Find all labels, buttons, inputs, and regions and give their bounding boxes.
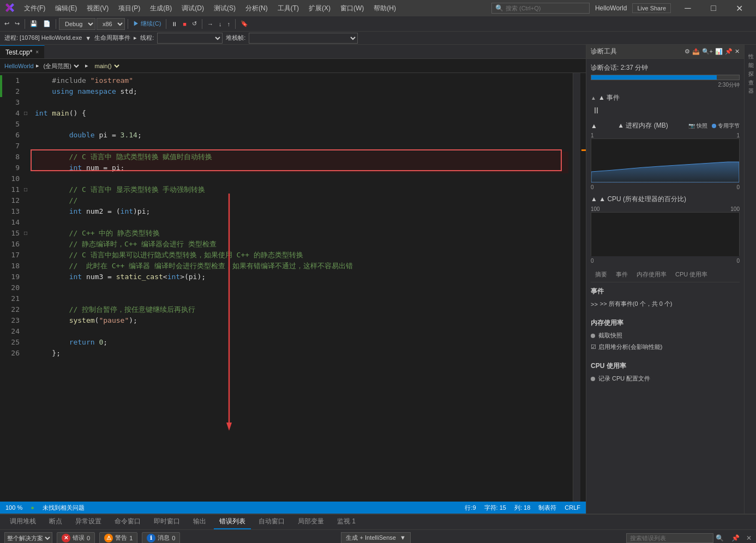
record-cpu-item[interactable]: 记录 CPU 配置文件 bbox=[591, 373, 740, 384]
zoom-control[interactable]: 100 % bbox=[5, 504, 22, 511]
side-tab-3[interactable]: 探 bbox=[745, 62, 756, 71]
step-out-btn[interactable]: ↑ bbox=[225, 20, 233, 28]
info-filter-btn[interactable]: ℹ 消息 0 bbox=[142, 532, 180, 544]
side-tab-4[interactable]: 查 bbox=[745, 71, 756, 80]
events-header[interactable]: ▲ ▲ 事件 bbox=[591, 93, 740, 102]
menu-extensions[interactable]: 扩展(X) bbox=[304, 2, 335, 15]
code-line-24 bbox=[35, 326, 568, 337]
code-line-22: // 控制台暂停，按任意键继续后再执行 bbox=[35, 304, 568, 315]
scope-select[interactable]: (全局范围) bbox=[41, 62, 81, 70]
diag-export-btn[interactable]: 📤 bbox=[692, 48, 700, 55]
code-content[interactable]: #include "iostream" using namespace std;… bbox=[31, 73, 573, 502]
pause-btn[interactable]: ⏸ bbox=[169, 20, 179, 28]
diag-pin-btn[interactable]: 📌 bbox=[725, 48, 733, 55]
close-btn[interactable]: ✕ bbox=[727, 0, 752, 16]
diag-close-btn[interactable]: ✕ bbox=[735, 48, 740, 55]
pause-btn[interactable]: ⏸ bbox=[591, 105, 740, 117]
stack-label: 堆栈帧: bbox=[226, 34, 245, 42]
error-filter-btn[interactable]: ✕ 错误 0 bbox=[57, 532, 95, 544]
class-selector[interactable]: HelloWorld bbox=[4, 63, 34, 69]
side-tab-2[interactable]: 能 bbox=[745, 53, 756, 62]
tab-bar: Test.cpp* × bbox=[0, 45, 586, 59]
scrollbar[interactable] bbox=[573, 73, 580, 502]
tab-locals[interactable]: 局部变量 bbox=[292, 515, 329, 529]
menu-analyze[interactable]: 分析(N) bbox=[241, 2, 272, 15]
menu-debug[interactable]: 调试(D) bbox=[177, 2, 208, 15]
arch-select[interactable]: x86 bbox=[97, 18, 125, 30]
filter-select[interactable]: 整个解决方案 bbox=[4, 532, 52, 544]
live-share-btn[interactable]: Live Share bbox=[632, 3, 671, 13]
mem-max: 1 bbox=[591, 132, 594, 138]
tab-watch[interactable]: 监视 1 bbox=[332, 515, 361, 529]
diag-tab-memory[interactable]: 内存使用率 bbox=[632, 268, 671, 282]
redo-btn[interactable]: ↪ bbox=[13, 19, 22, 28]
memory-expand-icon: ▲ bbox=[591, 122, 597, 130]
debug-mode-select[interactable]: Debug bbox=[59, 18, 95, 30]
save-btn[interactable]: 💾 bbox=[28, 19, 40, 28]
code-line-2: using namespace std; bbox=[35, 86, 568, 97]
continue-btn[interactable]: ▶ 继续(C) bbox=[131, 19, 163, 29]
menu-tools[interactable]: 工具(T) bbox=[273, 2, 303, 15]
tab-callstack[interactable]: 调用堆栈 bbox=[4, 515, 41, 529]
menu-edit[interactable]: 编辑(E) bbox=[51, 2, 81, 15]
tab-close-btn[interactable]: × bbox=[35, 49, 39, 55]
search-input[interactable] bbox=[506, 5, 582, 11]
code-area[interactable]: 12345 678910 1112131415 1617181920 21222… bbox=[0, 73, 586, 502]
pin-btn[interactable]: 📌 bbox=[731, 534, 740, 542]
cpu-section-title: CPU 使用率 bbox=[591, 361, 740, 371]
tab-exceptions[interactable]: 异常设置 bbox=[70, 515, 107, 529]
menu-project[interactable]: 项目(P) bbox=[114, 2, 145, 15]
function-select[interactable]: main() bbox=[93, 62, 121, 70]
menu-window[interactable]: 窗口(W) bbox=[336, 2, 368, 15]
restart-btn[interactable]: ↺ bbox=[190, 19, 199, 28]
diag-tab-events[interactable]: 事件 bbox=[611, 268, 632, 282]
events-expand-icon: ▲ bbox=[591, 95, 596, 101]
undo-btn[interactable]: ↩ bbox=[2, 19, 11, 28]
tab-test-cpp[interactable]: Test.cpp* × bbox=[0, 45, 45, 58]
info-icon: ℹ bbox=[147, 534, 155, 542]
stack-select[interactable] bbox=[249, 33, 358, 44]
menu-help[interactable]: 帮助(H) bbox=[369, 2, 400, 15]
minimize-btn[interactable]: ─ bbox=[675, 0, 700, 16]
process-dropdown[interactable]: ▼ bbox=[85, 35, 91, 41]
build-dropdown-icon[interactable]: ▼ bbox=[400, 534, 406, 541]
side-tab-5[interactable]: 器 bbox=[745, 80, 756, 88]
snapshot-item[interactable]: 截取快照 bbox=[591, 330, 740, 341]
tab-errorlist[interactable]: 错误列表 bbox=[214, 515, 251, 529]
tab-command[interactable]: 命令窗口 bbox=[109, 515, 146, 529]
search-errors-icon[interactable]: 🔍 bbox=[716, 534, 724, 542]
maximize-btn[interactable]: □ bbox=[701, 0, 726, 16]
menu-build[interactable]: 生成(B) bbox=[146, 2, 176, 15]
step-over-btn[interactable]: → bbox=[205, 20, 215, 28]
menu-view[interactable]: 视图(V) bbox=[82, 2, 113, 15]
editor-panel: Test.cpp* × HelloWorld ▸ (全局范围) ▸ main() bbox=[0, 45, 586, 514]
code-line-10 bbox=[35, 173, 568, 184]
diag-chart-btn[interactable]: 📊 bbox=[715, 48, 723, 55]
right-side-tabs: 性 能 探 查 器 bbox=[744, 45, 756, 514]
save-all-btn[interactable]: 📄 bbox=[41, 19, 53, 28]
diag-tab-summary[interactable]: 摘要 bbox=[591, 268, 611, 282]
code-line-13: int num2 = (int)pi; bbox=[35, 206, 568, 217]
mem-max-label: 1 1 bbox=[591, 132, 740, 138]
warn-filter-btn[interactable]: ⚠ 警告 1 bbox=[99, 532, 137, 544]
stop-btn[interactable]: ■ bbox=[181, 20, 189, 28]
tab-auto[interactable]: 自动窗口 bbox=[253, 515, 290, 529]
memory-chart bbox=[591, 138, 740, 182]
search-errors-input[interactable] bbox=[626, 533, 713, 543]
diag-tab-cpu[interactable]: CPU 使用率 bbox=[671, 268, 712, 282]
diag-settings-btn[interactable]: ⚙ bbox=[685, 48, 690, 55]
close-bottom-btn[interactable]: ✕ bbox=[746, 534, 752, 542]
events-all-item[interactable]: >> >> 所有事件(0 个，共 0 个) bbox=[591, 298, 740, 310]
tab-output[interactable]: 输出 bbox=[188, 515, 212, 529]
thread-select[interactable] bbox=[157, 33, 223, 44]
heap-item[interactable]: ☑ 启用堆分析(会影响性能) bbox=[591, 341, 740, 353]
menu-test[interactable]: 测试(S) bbox=[209, 2, 240, 15]
menu-file[interactable]: 文件(F) bbox=[20, 2, 50, 15]
bookmark-btn[interactable]: 🔖 bbox=[238, 19, 250, 28]
build-intellisense-btn[interactable]: 生成 + IntelliSense ▼ bbox=[341, 532, 410, 543]
side-tab-1[interactable]: 性 bbox=[745, 45, 756, 53]
step-into-btn[interactable]: ↓ bbox=[217, 20, 224, 28]
tab-breakpoints[interactable]: 断点 bbox=[44, 515, 68, 529]
diag-zoom-in-btn[interactable]: 🔍+ bbox=[702, 48, 713, 55]
tab-immediate[interactable]: 即时窗口 bbox=[148, 515, 185, 529]
